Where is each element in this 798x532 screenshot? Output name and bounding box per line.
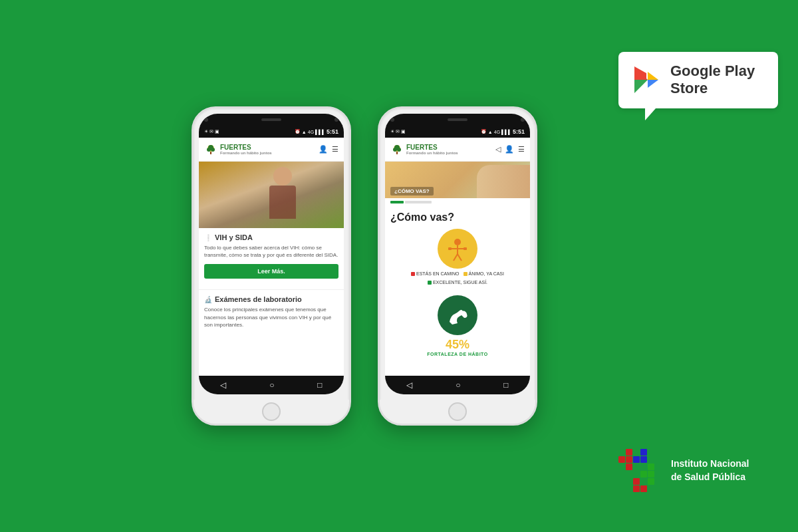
phone2-app-header: FUERTES Formando un hábito juntos ◁ 👤 ☰ [385,138,530,162]
phone2-recent-btn[interactable]: □ [503,380,508,390]
legend-label-red: ESTÁS EN CAMINO [416,271,460,276]
legend-label-green: EXCELENTE, SIGUE ASÍ. [433,280,487,285]
phone2-home-button[interactable] [448,402,467,421]
insp-name: Instituto Nacional de Salud Pública [671,458,749,483]
phone2-sensor [521,118,525,122]
phone1-home-btn[interactable]: ○ [269,380,274,390]
legend-dot-green [428,281,432,285]
phone2-back-icon[interactable]: ◁ [495,145,501,154]
phone2-back-btn[interactable]: ◁ [406,380,412,390]
phone1-fuertes-logo: FUERTES Formando un hábito juntos [204,143,272,156]
phone2-main-content: ¿Cómo vas? [385,206,530,362]
phone1-back-btn[interactable]: ◁ [220,380,226,390]
phone2-logo-icon [390,143,404,156]
google-play-line2: Store [670,80,755,97]
phone1-recent-btn[interactable]: □ [317,380,322,390]
phone2-menu-icon[interactable]: ☰ [518,145,525,154]
phone1-section-vih: ❕ VIH y SIDA Todo lo que debes saber ace… [199,228,344,289]
phone2-speaker [448,118,467,121]
insp-logo [618,449,662,492]
phone2-status-bar: ☀✉▣ ⏰▲4G▌▌▌ 5:51 [385,126,530,138]
svg-rect-12 [210,152,211,154]
legend-label-yellow: ÁNIMO, YA CASI [469,271,504,276]
phone1-speaker [261,118,281,121]
svg-marker-6 [648,72,658,80]
phone1-content: ❕ VIH y SIDA Todo lo que debes saber ace… [199,162,344,376]
phone2-progress-bar [385,198,530,206]
phone2-camera-left [390,118,394,122]
phone1-vih-title: VIH y SIDA [215,233,253,241]
phone1-leer-mas-btn[interactable]: Leer Más. [204,264,338,279]
legend-item-red: ESTÁS EN CAMINO [411,271,460,276]
phone2-status-right: ⏰▲4G▌▌▌ 5:51 [481,128,525,135]
phone2-header-icons[interactable]: ◁ 👤 ☰ [495,145,525,154]
phone2-progress-filled [390,201,404,203]
phone1-hero-person [264,167,301,223]
phone2-strength-pct: 45% [390,338,525,352]
phone2-physical-home [380,400,535,424]
phone2-arm-svg [444,302,471,329]
legend-dot-red [411,272,415,276]
phone-1: ☀✉▣ ⏰▲4G▌▌▌ 5:51 [192,106,351,426]
svg-point-18 [454,239,461,245]
phone2-hero: ¿CÓMO VAS? [385,162,530,198]
svg-marker-5 [634,80,648,93]
phone1-home-button[interactable] [262,402,281,421]
phone1-examenes-title: Exámenes de laboratorio [215,295,302,303]
phone1-physical-home [194,400,349,424]
svg-rect-24 [464,247,467,250]
phone1-vih-body: Todo lo que debes saber acerca del VIH: … [204,244,338,259]
phone2-hero-hand [477,165,530,198]
phone2-strength-section: 45% FORTALEZA DE HÁBITO [390,295,525,356]
phone1-section-examenes: 🔬 Exámenes de laboratorio Conoce los pri… [199,289,344,339]
phone1-bottom-nav[interactable]: ◁ ○ □ [199,376,344,394]
phone1-profile-icon[interactable]: 👤 [319,145,328,154]
phone2-content: ¿CÓMO VAS? ¿Cómo vas? [385,162,530,376]
phone1-header-icons[interactable]: 👤 ☰ [319,145,338,154]
phone2-progress-empty [405,201,432,203]
phone1-menu-icon[interactable]: ☰ [332,145,338,154]
google-play-text: Google Play Store [670,63,755,98]
phone2-profile-icon[interactable]: 👤 [505,145,514,154]
svg-rect-23 [448,247,452,250]
phone1-app-header: FUERTES Formando un hábito juntos 👤 ☰ [199,138,344,162]
phone1-status-right: ⏰▲4G▌▌▌ 5:51 [295,128,338,135]
phone2-figure-svg [444,235,471,262]
svg-point-11 [208,145,213,150]
phone1-status-bar: ☀✉▣ ⏰▲4G▌▌▌ 5:51 [199,126,344,138]
legend-dot-yellow [464,272,467,276]
phone2-legend: ESTÁS EN CAMINO ÁNIMO, YA CASI EXCELENTE… [390,271,525,285]
svg-marker-7 [648,80,658,88]
phone1-camera-left [204,118,208,122]
phone2-figure-circle [438,229,477,269]
phone2-fuertes-logo: FUERTES Formando un hábito juntos [390,143,458,156]
insp-badge: Instituto Nacional de Salud Pública [618,449,778,492]
phone-2: ☀✉▣ ⏰▲4G▌▌▌ 5:51 [378,106,537,426]
phone2-bottom-nav[interactable]: ◁ ○ □ [385,376,530,394]
phone2-home-btn[interactable]: ○ [456,380,460,390]
phone2-progress-figure: ESTÁS EN CAMINO ÁNIMO, YA CASI EXCELENTE… [390,229,525,290]
legend-item-green: EXCELENTE, SIGUE ASÍ. [428,280,487,285]
phone1-logo-icon [204,143,217,156]
legend-item-yellow: ÁNIMO, YA CASI [464,271,504,276]
phone2-top-bar [385,114,530,126]
phone1-examenes-body: Conoce los principales exámenes que tene… [204,306,338,329]
play-store-icon [632,65,661,94]
phone2-strength-label: FORTALEZA DE HÁBITO [390,352,525,356]
phone1-top-bar [199,114,344,126]
phone2-status-left: ☀✉▣ [390,129,406,134]
phone1-logo-text: FUERTES Formando un hábito juntos [220,144,272,156]
svg-line-21 [454,254,458,261]
phone2-page-title: ¿Cómo vas? [390,211,525,223]
phone1-vih-icon: ❕ [204,234,212,241]
phone1-sensor [334,118,338,122]
phone1-hero [199,162,344,228]
phone2-logo-text: FUERTES Formando un hábito juntos [406,144,458,156]
svg-point-16 [394,145,400,150]
phone2-banner-label: ¿CÓMO VAS? [390,187,434,196]
svg-line-22 [458,254,462,261]
svg-rect-17 [396,152,398,154]
phone2-strength-circle [438,295,477,335]
google-play-badge[interactable]: Google Play Store [618,52,778,108]
phone1-lab-icon: 🔬 [204,296,212,303]
